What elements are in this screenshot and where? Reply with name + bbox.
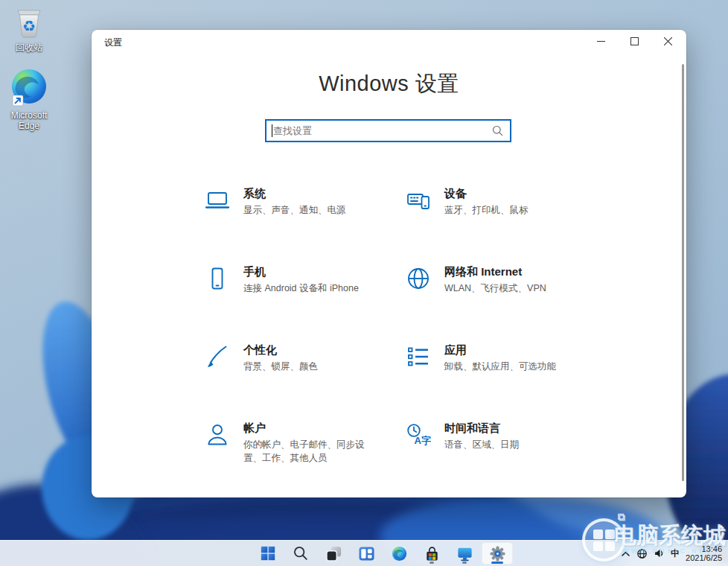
minimize-button[interactable] [584,30,618,52]
tile-time-language[interactable]: A字 时间和语言 语音、区域、日期 [406,421,607,499]
clock-time: 13:46 [686,544,722,554]
settings-window: 设置 Windows 设置 系统 显示、声音、通知、电源 [92,30,686,497]
tile-devices[interactable]: 设备 蓝牙、打印机、鼠标 [406,186,607,264]
chevron-up-icon [621,550,630,558]
tile-subtitle: 卸载、默认应用、可选功能 [444,360,556,373]
window-title: 设置 [104,36,122,49]
start-button[interactable] [252,542,284,565]
caption-buttons [584,30,685,52]
gear-icon [489,545,506,562]
widgets-icon [358,545,375,562]
personalization-brush-icon [205,344,230,369]
tile-system[interactable]: 系统 显示、声音、通知、电源 [205,186,406,264]
input-method-indicator[interactable]: 中 [671,547,680,560]
settings-category-grid: 系统 显示、声音、通知、电源 设备 蓝牙、打印机、鼠标 手机 连接 And [205,186,607,499]
tile-subtitle: 蓝牙、打印机、鼠标 [444,203,529,217]
tile-apps[interactable]: 应用 卸载、默认应用、可选功能 [406,343,607,421]
store-button[interactable] [416,542,447,565]
task-view-icon [325,545,342,562]
close-icon [664,37,672,45]
tile-subtitle: 连接 Android 设备和 iPhone [243,282,359,295]
page-title: Windows 设置 [92,69,686,99]
tile-accounts[interactable]: 帐户 你的帐户、电子邮件、同步设 置、工作、其他人员 [205,421,406,499]
tile-phone[interactable]: 手机 连接 Android 设备和 iPhone [205,264,406,343]
running-indicator [430,562,434,564]
desktop-icon-recycle-bin[interactable]: ♻ 回收站 [0,4,58,53]
globe-icon [636,548,648,559]
settings-search-box [265,119,511,142]
clock-date: 2021/6/25 [686,553,722,563]
taskbar-tray: 中 13:46 2021/6/25 [621,541,724,566]
tile-subtitle: 背景、锁屏、颜色 [243,360,318,373]
tile-title: 手机 [243,264,359,279]
svg-text:♻: ♻ [22,17,36,35]
time-language-icon: A字 [406,422,431,448]
system-laptop-icon [205,188,230,213]
network-tray-button[interactable] [636,548,648,559]
tile-title: 帐户 [243,421,365,436]
desktop-icon-label: Microsoft Edge [0,110,58,131]
taskbar: 中 13:46 2021/6/25 [0,540,728,566]
active-indicator [491,562,503,564]
search-button[interactable] [285,542,316,565]
edge-button[interactable] [383,542,415,565]
search-input[interactable] [266,121,492,141]
running-indicator [462,562,467,564]
maximize-button[interactable] [618,30,651,52]
desktop-icon-label: 回收站 [0,42,58,53]
speaker-icon [654,548,665,559]
volume-tray-button[interactable] [654,548,665,559]
tile-title: 时间和语言 [444,421,519,436]
accounts-person-icon [205,422,230,448]
tile-title: 系统 [243,186,346,201]
maximize-icon [630,37,639,45]
store-bag-icon [424,545,441,562]
tile-subtitle: WLAN、飞行模式、VPN [444,282,546,295]
network-globe-icon [406,266,431,291]
tile-title: 网络和 Internet [444,264,546,279]
phone-icon [205,266,230,291]
windows-logo-icon [260,545,276,562]
recycle-bin-icon: ♻ [11,4,47,41]
desktop-icon-edge[interactable]: Microsoft Edge [0,67,58,131]
tile-subtitle: 你的帐户、电子邮件、同步设 置、工作、其他人员 [243,438,365,465]
edge-icon [391,545,408,562]
edge-logo-icon [9,67,49,109]
this-pc-button[interactable] [449,542,480,565]
settings-button[interactable] [482,542,513,565]
tile-subtitle: 语音、区域、日期 [444,438,519,451]
svg-text:A字: A字 [415,435,431,446]
text-caret [272,124,272,137]
close-button[interactable] [651,30,685,52]
task-view-button[interactable] [318,542,349,565]
devices-icon [406,188,431,213]
tile-title: 应用 [444,343,556,357]
minimize-icon [597,37,605,45]
window-scrollbar[interactable] [682,64,684,481]
hidden-icons-button[interactable] [621,550,630,558]
search-icon [293,545,309,562]
tile-title: 个性化 [243,343,318,357]
widgets-button[interactable] [351,542,382,565]
tile-subtitle: 显示、声音、通知、电源 [243,203,346,217]
tile-personalization[interactable]: 个性化 背景、锁屏、颜色 [205,343,406,421]
apps-list-icon [406,344,431,369]
tile-network[interactable]: 网络和 Internet WLAN、飞行模式、VPN [406,264,607,343]
search-icon [492,125,503,136]
taskbar-clock[interactable]: 13:46 2021/6/25 [686,544,724,563]
monitor-icon [456,545,473,562]
taskbar-center-icons [252,541,514,566]
tile-title: 设备 [444,186,529,201]
